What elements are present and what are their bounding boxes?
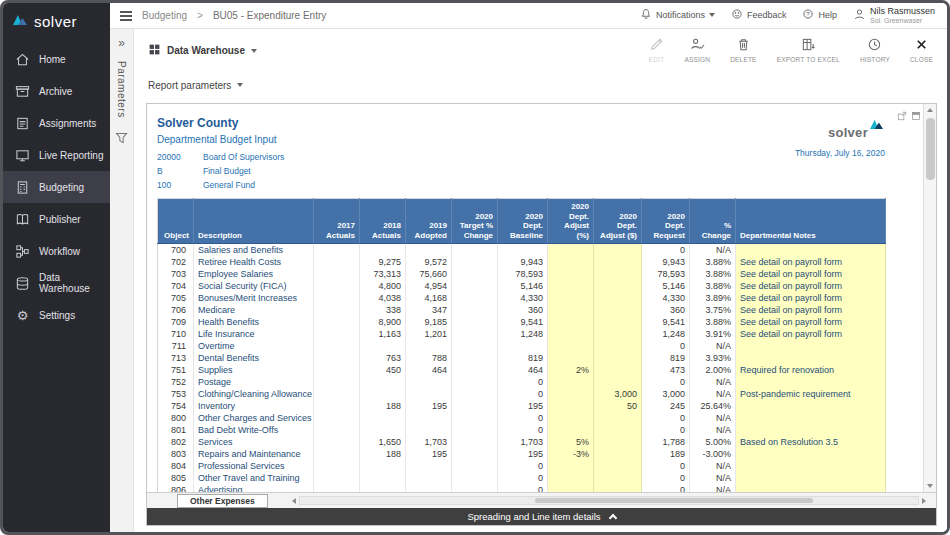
sidebar-item-settings[interactable]: ⚙ Settings	[3, 299, 110, 331]
user-menu[interactable]: Nils Rasmussen Sol. Greenwaser	[853, 7, 935, 25]
notes-input-cell[interactable]: See detail on payroll form	[736, 328, 886, 340]
adjust-pct-input-cell[interactable]	[548, 328, 594, 340]
adjust-amt-input-cell[interactable]	[594, 268, 642, 280]
adjust-pct-input-cell[interactable]	[548, 424, 594, 436]
notifications-button[interactable]: Notifications	[640, 8, 715, 22]
notes-input-cell[interactable]	[736, 412, 886, 424]
assign-button[interactable]: ASSIGN	[684, 37, 710, 63]
adjust-pct-input-cell[interactable]	[548, 304, 594, 316]
notes-input-cell[interactable]	[736, 400, 886, 412]
adjust-pct-input-cell[interactable]	[548, 460, 594, 472]
horizontal-scrollbar-thumb[interactable]	[535, 498, 813, 503]
adjust-pct-input-cell[interactable]	[548, 412, 594, 424]
adjust-amt-input-cell[interactable]	[594, 436, 642, 448]
adjust-amt-input-cell[interactable]	[594, 472, 642, 484]
notes-input-cell[interactable]	[736, 352, 886, 364]
export-to-excel-button[interactable]: EXPORT TO EXCEL	[777, 37, 840, 63]
adjust-pct-input-cell[interactable]	[548, 340, 594, 352]
history-button[interactable]: HISTORY	[860, 37, 890, 63]
notes-input-cell[interactable]	[736, 376, 886, 388]
adjust-pct-input-cell[interactable]	[548, 268, 594, 280]
sidebar-item-budgeting[interactable]: Budgeting	[3, 171, 110, 203]
notes-input-cell[interactable]: Based on Resolution 3.5	[736, 436, 886, 448]
adjust-amt-input-cell[interactable]	[594, 424, 642, 436]
hamburger-menu-icon[interactable]	[120, 11, 132, 21]
report-parameters-toggle[interactable]: Report parameters	[134, 73, 947, 97]
notes-input-cell[interactable]: See detail on payroll form	[736, 256, 886, 268]
scroll-up-arrow[interactable]	[925, 104, 936, 116]
adjust-pct-input-cell[interactable]: -3%	[548, 448, 594, 460]
adjust-amt-input-cell[interactable]	[594, 256, 642, 268]
help-button[interactable]: ? Help	[802, 8, 837, 22]
notes-input-cell[interactable]	[736, 340, 886, 352]
maximize-icon[interactable]	[911, 107, 921, 125]
adjust-pct-input-cell[interactable]	[548, 352, 594, 364]
notes-input-cell[interactable]	[736, 484, 886, 492]
sheet-tab-other-expenses[interactable]: Other Expenses	[177, 494, 268, 508]
breadcrumb-section[interactable]: Budgeting	[142, 10, 187, 21]
adjust-amt-input-cell[interactable]	[594, 304, 642, 316]
adjust-amt-input-cell[interactable]	[594, 340, 642, 352]
notes-input-cell[interactable]: See detail on payroll form	[736, 268, 886, 280]
edit-button[interactable]: EDIT	[649, 37, 665, 63]
scroll-left-arrow[interactable]	[292, 498, 296, 504]
chevron-double-right-icon[interactable]: »	[118, 37, 125, 49]
adjust-pct-input-cell[interactable]: 2%	[548, 364, 594, 376]
adjust-pct-input-cell[interactable]: 5%	[548, 436, 594, 448]
vertical-scrollbar[interactable]	[923, 104, 936, 492]
adjust-amt-input-cell[interactable]	[594, 316, 642, 328]
adjust-amt-input-cell[interactable]: 50	[594, 400, 642, 412]
data-warehouse-source-button[interactable]: Data Warehouse	[148, 43, 257, 58]
horizontal-scrollbar[interactable]	[292, 496, 926, 505]
notes-input-cell[interactable]: See detail on payroll form	[736, 316, 886, 328]
adjust-pct-input-cell[interactable]	[548, 472, 594, 484]
sidebar-item-data-warehouse[interactable]: Data Warehouse	[3, 267, 110, 299]
adjust-amt-input-cell[interactable]	[594, 292, 642, 304]
adjust-amt-input-cell[interactable]	[594, 244, 642, 257]
notes-input-cell[interactable]: See detail on payroll form	[736, 292, 886, 304]
adjust-amt-input-cell[interactable]	[594, 448, 642, 460]
adjust-pct-input-cell[interactable]	[548, 280, 594, 292]
adjust-amt-input-cell[interactable]	[594, 364, 642, 376]
notes-input-cell[interactable]	[736, 244, 886, 257]
adjust-amt-input-cell[interactable]	[594, 484, 642, 492]
adjust-pct-input-cell[interactable]	[548, 244, 594, 257]
notes-input-cell[interactable]: Post-pandemic requirement	[736, 388, 886, 400]
funnel-icon[interactable]	[115, 130, 128, 148]
adjust-amt-input-cell[interactable]	[594, 376, 642, 388]
adjust-pct-input-cell[interactable]	[548, 400, 594, 412]
sidebar-item-archive[interactable]: Archive	[3, 75, 110, 107]
sidebar-item-home[interactable]: Home	[3, 43, 110, 75]
notes-input-cell[interactable]	[736, 472, 886, 484]
adjust-amt-input-cell[interactable]: 3,000	[594, 388, 642, 400]
adjust-pct-input-cell[interactable]	[548, 388, 594, 400]
adjust-pct-input-cell[interactable]	[548, 256, 594, 268]
sidebar-item-live-reporting[interactable]: Live Reporting	[3, 139, 110, 171]
notes-input-cell[interactable]: Required for renovation	[736, 364, 886, 376]
delete-button[interactable]: DELETE	[730, 37, 757, 63]
adjust-amt-input-cell[interactable]	[594, 412, 642, 424]
sidebar-item-assignments[interactable]: Assignments	[3, 107, 110, 139]
adjust-pct-input-cell[interactable]	[548, 292, 594, 304]
notes-input-cell[interactable]	[736, 460, 886, 472]
notes-input-cell[interactable]	[736, 448, 886, 460]
notes-input-cell[interactable]	[736, 424, 886, 436]
adjust-pct-input-cell[interactable]	[548, 376, 594, 388]
spreading-details-expander[interactable]: Spreading and Line item details	[147, 508, 936, 525]
sidebar-item-workflow[interactable]: Workflow	[3, 235, 110, 267]
vertical-scrollbar-thumb[interactable]	[926, 118, 935, 180]
notes-input-cell[interactable]: See detail on payroll form	[736, 304, 886, 316]
feedback-button[interactable]: Feedback	[731, 8, 787, 22]
sidebar-item-publisher[interactable]: Publisher	[3, 203, 110, 235]
adjust-pct-input-cell[interactable]	[548, 484, 594, 492]
adjust-amt-input-cell[interactable]	[594, 352, 642, 364]
scroll-down-arrow[interactable]	[925, 480, 936, 492]
adjust-amt-input-cell[interactable]	[594, 280, 642, 292]
adjust-amt-input-cell[interactable]	[594, 460, 642, 472]
notes-input-cell[interactable]: See detail on payroll form	[736, 280, 886, 292]
adjust-amt-input-cell[interactable]	[594, 328, 642, 340]
popout-icon[interactable]	[897, 107, 907, 125]
scroll-right-arrow[interactable]	[922, 498, 926, 504]
close-button[interactable]: CLOSE	[910, 37, 933, 63]
adjust-pct-input-cell[interactable]	[548, 316, 594, 328]
